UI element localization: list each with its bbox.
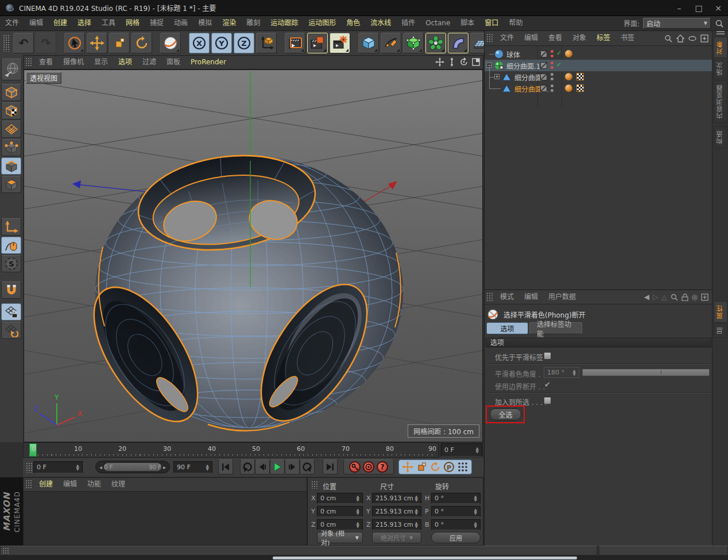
- vp-menu-prorender[interactable]: ProRender: [185, 55, 231, 69]
- dolly-view-icon[interactable]: [447, 57, 456, 67]
- menu-snap[interactable]: 捕捉: [145, 16, 169, 30]
- timeline-ruler[interactable]: 0 10 20 30 40 50 60 70 80 90: [23, 442, 439, 458]
- position-y-field[interactable]: 0 cm▲▼: [317, 506, 363, 517]
- am-menu-edit[interactable]: 编辑: [519, 290, 543, 304]
- om-menu-file[interactable]: 文件: [495, 31, 519, 45]
- tab-options[interactable]: 选项: [486, 322, 528, 334]
- snap-settings-button[interactable]: S: [1, 255, 21, 272]
- menu-tools[interactable]: 工具: [96, 16, 121, 30]
- am-search-icon[interactable]: [671, 293, 678, 301]
- stepper-icon[interactable]: ▲▼: [476, 447, 479, 454]
- current-frame-field[interactable]: 0 F▲▼: [33, 461, 83, 473]
- menu-create[interactable]: 创建: [48, 16, 72, 30]
- play-forward-button[interactable]: [300, 459, 315, 474]
- live-selection-button[interactable]: [64, 33, 85, 53]
- add-spline-pen-button[interactable]: [381, 33, 401, 53]
- render-visibility-dot[interactable]: [551, 89, 553, 92]
- tab-takes[interactable]: 场次: [714, 57, 727, 79]
- options-section-header[interactable]: 选项: [486, 338, 711, 347]
- boundary-break-check-icon[interactable]: ✔: [544, 380, 551, 389]
- size-x-field[interactable]: 215.913 cm▲▼: [372, 493, 421, 504]
- om-menu-edit[interactable]: 编辑: [519, 31, 543, 45]
- add-mograph-cloner-button[interactable]: [425, 33, 446, 53]
- key-rotation-icon[interactable]: [429, 461, 441, 473]
- enabled-check-icon[interactable]: ✓: [556, 49, 562, 57]
- om-home-icon[interactable]: [676, 34, 684, 43]
- parent-up-icon[interactable]: △: [661, 293, 667, 301]
- editor-visibility-dot[interactable]: [551, 84, 553, 87]
- viewport-solo-button[interactable]: [1, 237, 21, 254]
- menu-pipeline[interactable]: 流水线: [365, 16, 396, 30]
- size-z-field[interactable]: 215.913 cm▲▼: [372, 519, 421, 530]
- coords-grip[interactable]: [311, 481, 318, 489]
- goto-start-button[interactable]: [218, 459, 233, 474]
- tab-attributes[interactable]: 属性: [714, 301, 727, 323]
- tab-selection-functions[interactable]: 选择标签功能: [529, 322, 582, 334]
- rotation-b-field[interactable]: 0 °▲▼: [431, 519, 481, 530]
- menu-motion-tracker[interactable]: 运动跟踪: [265, 16, 303, 30]
- layer-toggle[interactable]: [540, 51, 547, 57]
- expand-icon[interactable]: +: [494, 74, 499, 79]
- texture-tag-checkered-icon[interactable]: [576, 73, 584, 80]
- enable-snap-button[interactable]: [1, 281, 21, 299]
- toolbar-grip[interactable]: [3, 34, 10, 51]
- menu-select[interactable]: 选择: [72, 16, 96, 30]
- menu-animate[interactable]: 动画: [169, 16, 193, 30]
- om-menu-view[interactable]: 查看: [543, 31, 567, 45]
- lock-workplane-button[interactable]: [1, 303, 21, 320]
- status-grip[interactable]: [2, 547, 9, 554]
- object-row-subdivision-child-1[interactable]: 细分曲面.1: [485, 83, 712, 94]
- goto-end-button[interactable]: [323, 459, 338, 474]
- menu-render[interactable]: 渲染: [217, 16, 241, 30]
- history-back-icon[interactable]: ◀: [644, 293, 649, 301]
- key-pla-icon[interactable]: [457, 461, 468, 473]
- previous-frame-button[interactable]: [255, 459, 270, 474]
- layer-toggle[interactable]: [540, 62, 547, 69]
- vp-menu-panel[interactable]: 面板: [161, 55, 185, 69]
- scale-tool-button[interactable]: [109, 33, 130, 53]
- am-menu-mode[interactable]: 模式: [495, 290, 519, 304]
- record-keyframe-button[interactable]: [349, 461, 361, 473]
- menu-plugins[interactable]: 插件: [396, 16, 420, 30]
- y-axis-lock-button[interactable]: Y: [211, 33, 232, 53]
- size-mode-dropdown[interactable]: 绝对尺寸▼: [372, 532, 421, 543]
- vp-menu-options[interactable]: 选项: [113, 55, 137, 69]
- viewport-canvas[interactable]: 透视视图 网格间距 : 100 cm Y X Z: [24, 69, 483, 442]
- vp-menu-cameras[interactable]: 摄像机: [58, 55, 89, 69]
- layer-toggle[interactable]: [540, 74, 547, 80]
- view-label[interactable]: 透视视图: [26, 72, 61, 84]
- play-button[interactable]: [270, 459, 285, 474]
- coordinate-system-button[interactable]: [256, 33, 277, 53]
- am-add-panel-icon[interactable]: [701, 293, 708, 301]
- vp-menu-display[interactable]: 显示: [89, 55, 113, 69]
- key-scale-icon[interactable]: [416, 461, 427, 473]
- om-add-panel-icon[interactable]: [700, 34, 708, 43]
- render-visibility-dot[interactable]: [551, 55, 553, 57]
- om-grip[interactable]: [486, 33, 493, 44]
- rotation-p-field[interactable]: 0 °▲▼: [431, 506, 481, 517]
- keyframe-selection-button[interactable]: ?: [377, 461, 388, 473]
- shading-angle-slider[interactable]: [582, 369, 710, 376]
- autokey-button[interactable]: [363, 461, 374, 473]
- shading-angle-field[interactable]: 180 °▲▼: [544, 367, 579, 378]
- minimize-button[interactable]: –: [669, 0, 689, 16]
- maximize-button[interactable]: □: [689, 0, 708, 16]
- interface-dropdown[interactable]: 启动▼: [643, 18, 711, 29]
- menu-octane[interactable]: Octane: [420, 16, 455, 30]
- om-menu-objects[interactable]: 对象: [567, 31, 591, 45]
- tab-layers[interactable]: 层: [714, 323, 727, 338]
- menu-character[interactable]: 角色: [341, 16, 365, 30]
- z-axis-lock-button[interactable]: Z: [234, 33, 254, 53]
- material-menu-grip[interactable]: [25, 480, 32, 489]
- render-settings-button[interactable]: [330, 33, 350, 53]
- menu-simulate[interactable]: 模拟: [193, 16, 217, 30]
- om-menu-bookmarks[interactable]: 书签: [615, 31, 640, 45]
- mat-menu-texture[interactable]: 纹理: [106, 477, 130, 492]
- render-visibility-dot[interactable]: [551, 78, 553, 80]
- tab-structure[interactable]: 构造: [714, 126, 727, 148]
- mat-menu-edit[interactable]: 编辑: [58, 477, 82, 492]
- rotate-view-icon[interactable]: [459, 57, 468, 67]
- editor-visibility-dot[interactable]: [551, 73, 553, 76]
- am-grip[interactable]: [486, 292, 493, 302]
- editor-visibility-dot[interactable]: [551, 61, 553, 64]
